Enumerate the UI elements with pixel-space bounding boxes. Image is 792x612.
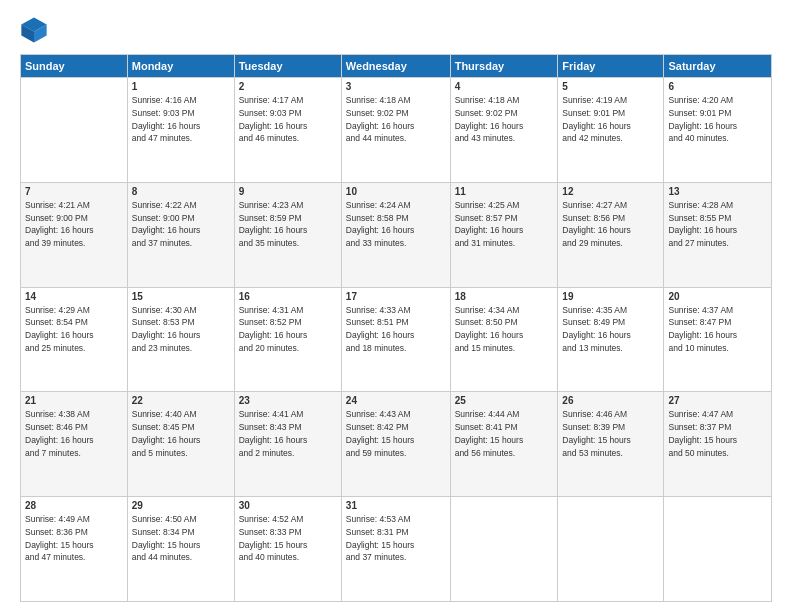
header-row: SundayMondayTuesdayWednesdayThursdayFrid… (21, 55, 772, 78)
day-info: Sunrise: 4:43 AM Sunset: 8:42 PM Dayligh… (346, 408, 446, 459)
day-number: 4 (455, 81, 554, 92)
day-number: 27 (668, 395, 767, 406)
day-number: 31 (346, 500, 446, 511)
day-cell: 4Sunrise: 4:18 AM Sunset: 9:02 PM Daylig… (450, 78, 558, 183)
week-row-4: 21Sunrise: 4:38 AM Sunset: 8:46 PM Dayli… (21, 392, 772, 497)
day-number: 10 (346, 186, 446, 197)
day-info: Sunrise: 4:22 AM Sunset: 9:00 PM Dayligh… (132, 199, 230, 250)
day-cell: 13Sunrise: 4:28 AM Sunset: 8:55 PM Dayli… (664, 182, 772, 287)
header-cell-monday: Monday (127, 55, 234, 78)
day-number: 24 (346, 395, 446, 406)
day-info: Sunrise: 4:37 AM Sunset: 8:47 PM Dayligh… (668, 304, 767, 355)
day-number: 23 (239, 395, 337, 406)
header-cell-sunday: Sunday (21, 55, 128, 78)
day-cell: 16Sunrise: 4:31 AM Sunset: 8:52 PM Dayli… (234, 287, 341, 392)
day-cell: 6Sunrise: 4:20 AM Sunset: 9:01 PM Daylig… (664, 78, 772, 183)
day-cell: 12Sunrise: 4:27 AM Sunset: 8:56 PM Dayli… (558, 182, 664, 287)
day-cell (558, 497, 664, 602)
day-cell: 5Sunrise: 4:19 AM Sunset: 9:01 PM Daylig… (558, 78, 664, 183)
day-cell: 8Sunrise: 4:22 AM Sunset: 9:00 PM Daylig… (127, 182, 234, 287)
header-cell-tuesday: Tuesday (234, 55, 341, 78)
page: SundayMondayTuesdayWednesdayThursdayFrid… (0, 0, 792, 612)
header (20, 16, 772, 44)
day-cell: 11Sunrise: 4:25 AM Sunset: 8:57 PM Dayli… (450, 182, 558, 287)
day-number: 15 (132, 291, 230, 302)
day-info: Sunrise: 4:34 AM Sunset: 8:50 PM Dayligh… (455, 304, 554, 355)
day-number: 25 (455, 395, 554, 406)
day-info: Sunrise: 4:46 AM Sunset: 8:39 PM Dayligh… (562, 408, 659, 459)
day-cell: 1Sunrise: 4:16 AM Sunset: 9:03 PM Daylig… (127, 78, 234, 183)
day-info: Sunrise: 4:31 AM Sunset: 8:52 PM Dayligh… (239, 304, 337, 355)
day-cell (664, 497, 772, 602)
day-number: 11 (455, 186, 554, 197)
logo (20, 16, 52, 44)
day-info: Sunrise: 4:20 AM Sunset: 9:01 PM Dayligh… (668, 94, 767, 145)
day-cell: 9Sunrise: 4:23 AM Sunset: 8:59 PM Daylig… (234, 182, 341, 287)
day-number: 18 (455, 291, 554, 302)
day-number: 14 (25, 291, 123, 302)
day-number: 16 (239, 291, 337, 302)
logo-icon (20, 16, 48, 44)
day-cell: 2Sunrise: 4:17 AM Sunset: 9:03 PM Daylig… (234, 78, 341, 183)
day-info: Sunrise: 4:18 AM Sunset: 9:02 PM Dayligh… (346, 94, 446, 145)
day-info: Sunrise: 4:50 AM Sunset: 8:34 PM Dayligh… (132, 513, 230, 564)
day-number: 22 (132, 395, 230, 406)
day-cell: 29Sunrise: 4:50 AM Sunset: 8:34 PM Dayli… (127, 497, 234, 602)
day-cell: 20Sunrise: 4:37 AM Sunset: 8:47 PM Dayli… (664, 287, 772, 392)
day-cell: 30Sunrise: 4:52 AM Sunset: 8:33 PM Dayli… (234, 497, 341, 602)
day-info: Sunrise: 4:53 AM Sunset: 8:31 PM Dayligh… (346, 513, 446, 564)
day-cell: 19Sunrise: 4:35 AM Sunset: 8:49 PM Dayli… (558, 287, 664, 392)
day-cell: 21Sunrise: 4:38 AM Sunset: 8:46 PM Dayli… (21, 392, 128, 497)
day-cell: 26Sunrise: 4:46 AM Sunset: 8:39 PM Dayli… (558, 392, 664, 497)
day-number: 30 (239, 500, 337, 511)
day-number: 8 (132, 186, 230, 197)
calendar-table: SundayMondayTuesdayWednesdayThursdayFrid… (20, 54, 772, 602)
day-number: 26 (562, 395, 659, 406)
day-info: Sunrise: 4:27 AM Sunset: 8:56 PM Dayligh… (562, 199, 659, 250)
day-number: 1 (132, 81, 230, 92)
week-row-2: 7Sunrise: 4:21 AM Sunset: 9:00 PM Daylig… (21, 182, 772, 287)
day-number: 19 (562, 291, 659, 302)
day-info: Sunrise: 4:49 AM Sunset: 8:36 PM Dayligh… (25, 513, 123, 564)
day-info: Sunrise: 4:33 AM Sunset: 8:51 PM Dayligh… (346, 304, 446, 355)
day-info: Sunrise: 4:38 AM Sunset: 8:46 PM Dayligh… (25, 408, 123, 459)
day-info: Sunrise: 4:44 AM Sunset: 8:41 PM Dayligh… (455, 408, 554, 459)
day-cell: 24Sunrise: 4:43 AM Sunset: 8:42 PM Dayli… (341, 392, 450, 497)
day-info: Sunrise: 4:28 AM Sunset: 8:55 PM Dayligh… (668, 199, 767, 250)
day-cell: 27Sunrise: 4:47 AM Sunset: 8:37 PM Dayli… (664, 392, 772, 497)
header-cell-saturday: Saturday (664, 55, 772, 78)
day-info: Sunrise: 4:41 AM Sunset: 8:43 PM Dayligh… (239, 408, 337, 459)
day-cell (21, 78, 128, 183)
day-info: Sunrise: 4:35 AM Sunset: 8:49 PM Dayligh… (562, 304, 659, 355)
day-number: 12 (562, 186, 659, 197)
day-info: Sunrise: 4:19 AM Sunset: 9:01 PM Dayligh… (562, 94, 659, 145)
day-number: 7 (25, 186, 123, 197)
day-number: 2 (239, 81, 337, 92)
week-row-1: 1Sunrise: 4:16 AM Sunset: 9:03 PM Daylig… (21, 78, 772, 183)
day-info: Sunrise: 4:16 AM Sunset: 9:03 PM Dayligh… (132, 94, 230, 145)
day-cell: 7Sunrise: 4:21 AM Sunset: 9:00 PM Daylig… (21, 182, 128, 287)
day-cell: 18Sunrise: 4:34 AM Sunset: 8:50 PM Dayli… (450, 287, 558, 392)
week-row-3: 14Sunrise: 4:29 AM Sunset: 8:54 PM Dayli… (21, 287, 772, 392)
day-cell: 28Sunrise: 4:49 AM Sunset: 8:36 PM Dayli… (21, 497, 128, 602)
day-cell: 14Sunrise: 4:29 AM Sunset: 8:54 PM Dayli… (21, 287, 128, 392)
day-number: 21 (25, 395, 123, 406)
day-info: Sunrise: 4:29 AM Sunset: 8:54 PM Dayligh… (25, 304, 123, 355)
header-cell-thursday: Thursday (450, 55, 558, 78)
day-info: Sunrise: 4:18 AM Sunset: 9:02 PM Dayligh… (455, 94, 554, 145)
day-cell: 3Sunrise: 4:18 AM Sunset: 9:02 PM Daylig… (341, 78, 450, 183)
day-info: Sunrise: 4:23 AM Sunset: 8:59 PM Dayligh… (239, 199, 337, 250)
day-cell: 23Sunrise: 4:41 AM Sunset: 8:43 PM Dayli… (234, 392, 341, 497)
day-info: Sunrise: 4:52 AM Sunset: 8:33 PM Dayligh… (239, 513, 337, 564)
day-number: 9 (239, 186, 337, 197)
day-info: Sunrise: 4:30 AM Sunset: 8:53 PM Dayligh… (132, 304, 230, 355)
header-cell-friday: Friday (558, 55, 664, 78)
day-number: 17 (346, 291, 446, 302)
day-cell: 22Sunrise: 4:40 AM Sunset: 8:45 PM Dayli… (127, 392, 234, 497)
day-info: Sunrise: 4:17 AM Sunset: 9:03 PM Dayligh… (239, 94, 337, 145)
day-cell: 25Sunrise: 4:44 AM Sunset: 8:41 PM Dayli… (450, 392, 558, 497)
day-info: Sunrise: 4:47 AM Sunset: 8:37 PM Dayligh… (668, 408, 767, 459)
day-number: 13 (668, 186, 767, 197)
day-number: 29 (132, 500, 230, 511)
header-cell-wednesday: Wednesday (341, 55, 450, 78)
